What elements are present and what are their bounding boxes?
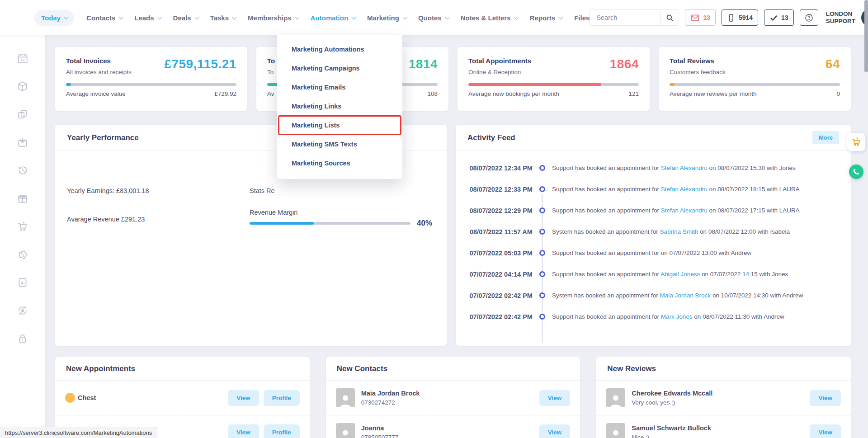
menu-item-marketing-emails[interactable]: Marketing Emails <box>277 78 402 97</box>
lock-icon[interactable] <box>17 333 28 344</box>
copy-icon[interactable] <box>17 108 28 120</box>
svg-text:12: 12 <box>20 58 25 62</box>
email-notifications-badge[interactable]: 13 <box>685 9 716 26</box>
card-subtitle: To <box>267 69 275 75</box>
search-input[interactable] <box>590 14 660 21</box>
help-button[interactable] <box>800 9 818 26</box>
profile-button[interactable]: Profile <box>264 424 300 438</box>
chevron-down-icon <box>558 14 563 19</box>
card-value: 1814 <box>409 57 438 75</box>
view-button[interactable]: View <box>810 424 841 438</box>
account-sync-icon[interactable] <box>17 305 28 316</box>
contact-link[interactable]: Maia Jordan Brock <box>660 292 711 299</box>
card-value: 64 <box>826 57 840 75</box>
calendar-12-icon[interactable]: 12 <box>17 52 28 64</box>
total-reviews-card: Total Reviews Customers feedback 64 Aver… <box>659 47 851 111</box>
profile-button[interactable]: Profile <box>264 390 300 406</box>
search-icon[interactable] <box>660 9 679 26</box>
cart-icon <box>851 137 862 147</box>
revenue-margin-label: Revenue Margin <box>250 209 297 216</box>
panel-title: New Reviews <box>607 364 656 373</box>
floating-cart-button[interactable] <box>847 133 865 151</box>
nav-quotes[interactable]: Quotes <box>418 14 448 22</box>
package-icon[interactable] <box>17 80 28 92</box>
view-button[interactable]: View <box>539 390 571 406</box>
report-chart-icon[interactable] <box>17 277 28 288</box>
nav-tasks[interactable]: Tasks <box>210 14 236 22</box>
question-icon <box>804 13 814 23</box>
view-button[interactable]: View <box>539 424 571 438</box>
card-title: Total Appointments <box>468 57 531 65</box>
chevron-down-icon <box>64 14 69 19</box>
check-icon <box>769 14 778 22</box>
chevron-down-icon <box>194 14 199 19</box>
card-title: Total Reviews <box>670 57 726 65</box>
nav-today[interactable]: Today <box>34 10 74 26</box>
nav-files[interactable]: Files <box>574 14 590 22</box>
more-button[interactable]: More <box>812 131 839 144</box>
chevron-down-icon <box>351 14 356 19</box>
total-appointments-card: Total Appointments Online & Reception 18… <box>458 47 650 111</box>
stats-revenue-fragment: Stats Re <box>250 187 275 194</box>
nav-leads[interactable]: Leads <box>134 14 160 22</box>
topbar-right-cluster: 13 5914 13 LONDON SUPPORT <box>590 9 868 27</box>
nav-today-label: Today <box>41 14 61 22</box>
chevron-down-icon <box>444 14 449 19</box>
vertical-scrollbar-thumb[interactable] <box>864 0 868 72</box>
revenue-margin-track <box>250 222 410 225</box>
timeline-marker-icon <box>539 314 545 320</box>
nav-notes-letters[interactable]: Notes & Letters <box>461 14 518 22</box>
appointment-row: Chest View Profile <box>55 381 310 415</box>
contact-link[interactable]: Mark Jones <box>661 313 693 320</box>
feed-entry: 08/07/2022 12:33 PM Support has booked a… <box>456 179 851 200</box>
view-button[interactable]: View <box>228 424 259 438</box>
activity-feed-panel: Activity Feed More 08/07/2022 12:34 PM S… <box>456 125 851 346</box>
nav-memberships[interactable]: Memberships <box>248 14 298 22</box>
automation-dropdown-menu: Marketing Automations Marketing Campaign… <box>277 35 402 179</box>
contact-link[interactable]: Stefan Alexandru <box>661 207 708 214</box>
cart-icon[interactable] <box>17 221 28 232</box>
mobile-phone-icon <box>727 14 736 22</box>
view-button[interactable]: View <box>810 390 841 406</box>
chevron-down-icon <box>118 14 123 19</box>
panel-title: New Contacts <box>337 364 387 373</box>
menu-item-marketing-automations[interactable]: Marketing Automations <box>277 40 402 59</box>
avatar-placeholder-icon <box>336 388 355 407</box>
avatar-placeholder-icon <box>606 423 625 438</box>
menu-item-marketing-lists[interactable]: Marketing Lists <box>277 116 402 135</box>
contact-link[interactable]: Stefan Alexandru <box>661 186 708 193</box>
contact-link[interactable]: Stefan Alexandru <box>661 165 708 171</box>
nav-deals[interactable]: Deals <box>173 14 198 22</box>
card-value: £759,115.21 <box>164 57 236 75</box>
view-button[interactable]: View <box>228 390 259 406</box>
nav-contacts[interactable]: Contacts <box>86 14 122 22</box>
contact-link[interactable]: Sabrina Smith <box>660 228 698 235</box>
card-title: To <box>267 57 275 65</box>
nav-marketing[interactable]: Marketing <box>367 14 406 22</box>
nav-automation[interactable]: Automation <box>311 14 355 22</box>
timeline-marker-icon <box>539 292 545 298</box>
gift-icon[interactable] <box>17 193 28 204</box>
panel-title: Activity Feed <box>467 133 515 142</box>
menu-item-marketing-sms-texts[interactable]: Marketing SMS Texts <box>277 135 402 154</box>
sms-notifications-badge[interactable]: 5914 <box>722 9 758 26</box>
user-location-label: LONDON SUPPORT <box>826 10 855 25</box>
menu-item-marketing-links[interactable]: Marketing Links <box>277 97 402 116</box>
chevron-down-icon <box>514 14 519 19</box>
menu-item-marketing-sources[interactable]: Marketing Sources <box>277 154 402 173</box>
contact-link[interactable]: Abigail Joness <box>660 271 700 278</box>
review-row: Cherokee Edwards Mccall Very cool, yes :… <box>596 381 851 415</box>
tasks-count: 13 <box>781 14 788 21</box>
tasks-done-badge[interactable]: 13 <box>764 9 794 26</box>
nav-reports[interactable]: Reports <box>530 14 562 22</box>
booking-calendar-icon[interactable] <box>17 137 28 148</box>
price-tag-icon[interactable]: $ <box>17 249 28 260</box>
history-icon[interactable] <box>17 165 28 176</box>
feed-entry: 08/07/2022 11:57 AM System has booked an… <box>456 221 851 242</box>
search-box <box>590 9 679 26</box>
avatar-placeholder-icon <box>336 423 355 438</box>
progress-fill <box>670 83 675 86</box>
floating-phone-button[interactable] <box>849 165 863 179</box>
panel-title: Yearly Performance <box>67 133 139 142</box>
menu-item-marketing-campaigns[interactable]: Marketing Campaigns <box>277 59 402 78</box>
